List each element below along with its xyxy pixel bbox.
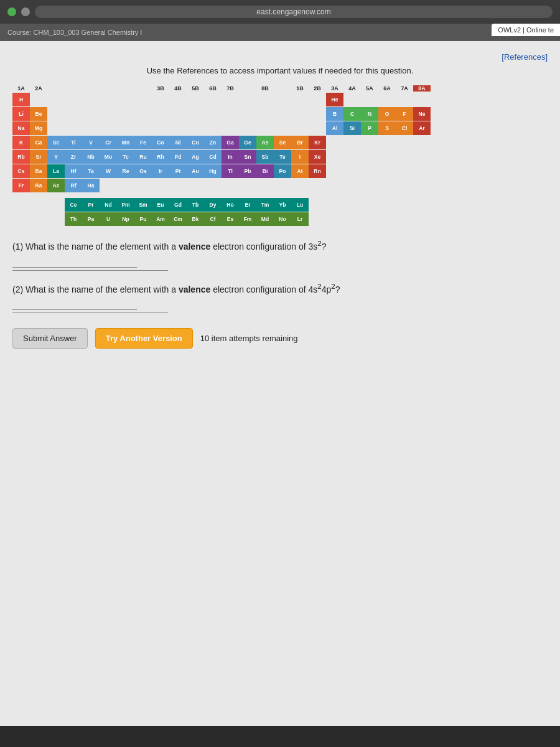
group-label-8b: 8B	[239, 85, 291, 92]
element-Sr: Sr	[30, 150, 47, 164]
element-Ta: Ta	[82, 164, 100, 178]
url-bar[interactable]: east.cengagenow.com	[35, 6, 553, 18]
element-Ge: Ge	[239, 136, 256, 149]
group-label-7b: 7B	[222, 85, 239, 92]
owlv2-tab[interactable]: OWLv2 | Online te	[492, 24, 560, 36]
element-Bk: Bk	[187, 212, 204, 226]
element-Xe: Xe	[309, 150, 326, 164]
element-Zn: Zn	[204, 136, 222, 149]
element-Am: Am	[152, 212, 169, 226]
element-F: F	[396, 107, 413, 121]
period-6: Cs Ba La Hf Ta W Re Os Ir Pt Au Hg Tl Pb…	[12, 164, 431, 178]
element-Ir: Ir	[152, 164, 169, 178]
element-Pt: Pt	[169, 164, 187, 178]
element-Er: Er	[239, 198, 256, 212]
group-label-5b: 5B	[187, 85, 204, 92]
try-another-version-button[interactable]: Try Another Version	[95, 328, 193, 349]
period-4: K Ca Sc Ti V Cr Mn Fe Co Ni Cu Zn Ga Ge …	[12, 136, 431, 149]
q1-answer-line	[12, 270, 168, 271]
buttons-row: Submit Answer Try Another Version 10 ite…	[12, 328, 548, 349]
q1-answer-input[interactable]	[12, 257, 137, 268]
period1-gap	[47, 93, 326, 106]
element-Mg: Mg	[30, 121, 47, 135]
element-Li: Li	[12, 107, 30, 121]
element-Cf: Cf	[204, 212, 222, 226]
element-Si: Si	[343, 121, 361, 135]
element-P: P	[361, 121, 378, 135]
element-Ne: Ne	[413, 107, 431, 121]
element-N: N	[361, 107, 378, 121]
period2-gap	[47, 107, 326, 121]
element-Pu: Pu	[134, 212, 152, 226]
attempts-text: 10 item attempts remaining	[200, 334, 298, 343]
element-La: La	[47, 164, 65, 178]
browser-circle-green	[7, 7, 16, 16]
element-Sn: Sn	[239, 150, 256, 164]
element-C: C	[343, 107, 361, 121]
element-Ga: Ga	[222, 136, 239, 149]
element-Au: Au	[187, 164, 204, 178]
element-Ar: Ar	[413, 121, 431, 135]
element-Cu: Cu	[187, 136, 204, 149]
q2-answer-input[interactable]	[12, 299, 137, 310]
element-Cs: Cs	[12, 164, 30, 178]
element-Yb: Yb	[274, 198, 291, 212]
element-Gd: Gd	[169, 198, 187, 212]
group-label-2b: 2B	[309, 85, 326, 92]
element-Dy: Dy	[204, 198, 222, 212]
element-Te: Te	[274, 150, 291, 164]
q2-answer-line	[12, 312, 168, 313]
question-1-text: (1) What is the name of the element with…	[12, 239, 548, 251]
element-Fm: Fm	[239, 212, 256, 226]
group-label-1a: 1A	[12, 85, 30, 92]
element-Se: Se	[274, 136, 291, 149]
group-label-2a: 2A	[30, 85, 47, 92]
element-Cr: Cr	[100, 136, 117, 149]
element-Hg: Hg	[204, 164, 222, 178]
group-label-7a: 7A	[396, 85, 413, 92]
element-Mo: Mo	[100, 150, 117, 164]
element-Tc: Tc	[117, 150, 134, 164]
lanthanides-row: Ce Pr Nd Pm Sm Eu Gd Tb Dy Ho Er Tm Yb L…	[65, 198, 431, 212]
q1-bold: valence	[179, 242, 210, 251]
element-Fr: Fr	[12, 179, 30, 192]
element-At: At	[291, 164, 309, 178]
element-Po: Po	[274, 164, 291, 178]
period-2: Li Be B C N O F Ne	[12, 107, 431, 121]
submit-answer-button[interactable]: Submit Answer	[12, 328, 88, 349]
element-K: K	[12, 136, 30, 149]
element-Sb: Sb	[256, 150, 274, 164]
element-Ho: Ho	[222, 198, 239, 212]
separator	[12, 193, 431, 198]
element-He: He	[326, 93, 343, 106]
group-label-3b: 3B	[152, 85, 169, 92]
element-empty-1-2	[30, 93, 47, 106]
element-Be: Be	[30, 107, 47, 121]
element-Nd: Nd	[100, 198, 117, 212]
element-Na: Na	[12, 121, 30, 135]
period-3: Na Mg Al Si P S Cl Ar	[12, 121, 431, 135]
group-label-6b: 6B	[204, 85, 222, 92]
element-Np: Np	[117, 212, 134, 226]
pt-wrapper: 1A 2A 3B 4B 5B 6B 7B 8B 1B 2B 3A 4A 5A 6…	[12, 85, 431, 227]
element-Lr: Lr	[291, 212, 309, 226]
element-Pb: Pb	[239, 164, 256, 178]
element-Pm: Pm	[117, 198, 134, 212]
element-Br: Br	[291, 136, 309, 149]
group-label-6a: 6A	[378, 85, 396, 92]
element-V: V	[82, 136, 100, 149]
period-1: H He	[12, 93, 431, 106]
group-label-1b: 1B	[291, 85, 309, 92]
element-Tl: Tl	[222, 164, 239, 178]
q2-bold: valence	[179, 284, 210, 294]
element-U: U	[100, 212, 117, 226]
element-I: I	[291, 150, 309, 164]
period-5: Rb Sr Y Zr Nb Mo Tc Ru Rh Pd Ag Cd In Sn…	[12, 150, 431, 164]
references-link[interactable]: [References]	[502, 52, 548, 62]
periodic-table-container: 1A 2A 3B 4B 5B 6B 7B 8B 1B 2B 3A 4A 5A 6…	[12, 85, 548, 227]
group-label-3a: 3A	[326, 85, 343, 92]
element-Pd: Pd	[169, 150, 187, 164]
element-Rb: Rb	[12, 150, 30, 164]
element-Fe: Fe	[134, 136, 152, 149]
tab-bar: Course: CHM_103_003 General Chemistry I …	[0, 24, 560, 41]
